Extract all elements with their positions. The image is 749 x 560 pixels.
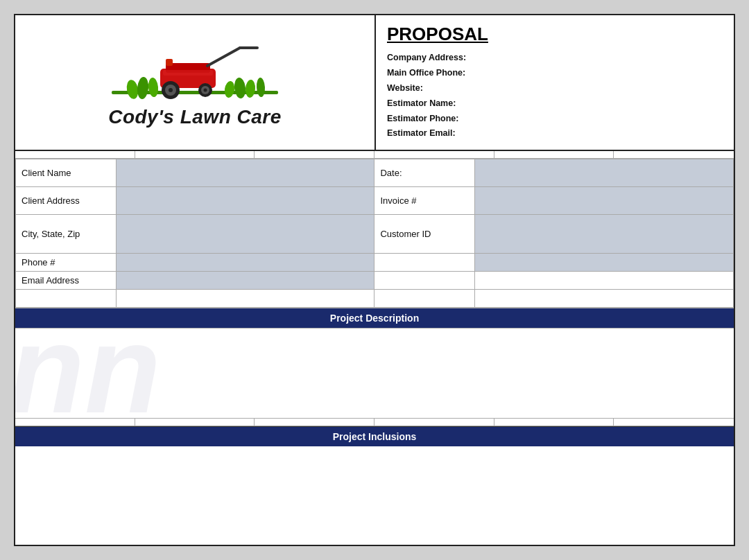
svg-point-14 <box>169 88 173 92</box>
project-description-area[interactable]: nn <box>15 329 734 419</box>
client-name-label: Client Name <box>16 159 117 187</box>
svg-line-10 <box>207 48 240 66</box>
proposal-section: PROPOSAL Company Address: Main Office Ph… <box>376 15 734 150</box>
email-address-label: Email Address <box>16 272 117 290</box>
date-field[interactable] <box>475 159 734 187</box>
phone-row: Phone # <box>16 254 734 272</box>
client-info-table: Client Name Date: Client Address Invoice… <box>15 159 734 308</box>
svg-rect-19 <box>163 70 213 76</box>
customer-id-field[interactable] <box>475 215 734 254</box>
invoice-field[interactable] <box>475 187 734 215</box>
svg-point-3 <box>148 78 159 98</box>
spacer-1 <box>16 290 117 308</box>
phone-field[interactable] <box>116 254 374 272</box>
client-name-field[interactable] <box>116 159 374 187</box>
svg-rect-18 <box>166 59 173 66</box>
phone-label: Phone # <box>16 254 117 272</box>
date-label: Date: <box>374 159 475 187</box>
svg-point-2 <box>137 76 150 99</box>
website-label: Website: <box>387 81 723 96</box>
bottom-divider <box>15 419 734 426</box>
svg-point-4 <box>223 80 235 98</box>
email-right-empty-2 <box>475 272 734 290</box>
header: Cody's Lawn Care PROPOSAL Company Addres… <box>15 15 734 151</box>
project-inclusions-area[interactable] <box>15 446 734 474</box>
city-state-row: City, State, Zip Customer ID <box>16 215 734 254</box>
email-field[interactable] <box>116 272 374 290</box>
estimator-phone-label: Estimator Phone: <box>387 112 723 127</box>
invoice-label: Invoice # <box>374 187 475 215</box>
spacer-2 <box>116 290 374 308</box>
watermark: nn <box>15 329 161 419</box>
client-address-label: Client Address <box>16 187 117 215</box>
spacer-row <box>16 290 734 308</box>
main-office-phone-label: Main Office Phone: <box>387 66 723 81</box>
lawnmower-icon <box>91 42 299 105</box>
estimator-email-label: Estimator Email: <box>387 126 723 141</box>
client-name-row: Client Name Date: <box>16 159 734 187</box>
spacer-4 <box>475 290 734 308</box>
top-divider <box>15 151 734 159</box>
phone-right-field[interactable] <box>475 254 734 272</box>
svg-point-7 <box>256 78 265 98</box>
city-state-zip-field[interactable] <box>116 215 374 254</box>
city-state-zip-label: City, State, Zip <box>16 215 117 254</box>
customer-id-label: Customer ID <box>374 215 475 254</box>
client-address-field[interactable] <box>116 187 374 215</box>
svg-point-17 <box>204 89 207 92</box>
company-name: Cody's Lawn Care <box>108 106 282 128</box>
spacer-3 <box>374 290 475 308</box>
document: Cody's Lawn Care PROPOSAL Company Addres… <box>14 14 735 546</box>
svg-point-5 <box>233 77 246 99</box>
project-inclusions-bar: Project Inclusions <box>15 426 734 446</box>
svg-point-6 <box>245 80 256 98</box>
email-row: Email Address <box>16 272 734 290</box>
proposal-info: Company Address: Main Office Phone: Webs… <box>387 51 723 141</box>
logo-section: Cody's Lawn Care <box>15 15 376 150</box>
proposal-title: PROPOSAL <box>387 24 723 45</box>
phone-right-empty-1 <box>374 254 475 272</box>
estimator-name-label: Estimator Name: <box>387 96 723 112</box>
client-address-row: Client Address Invoice # <box>16 187 734 215</box>
email-right-empty-1 <box>374 272 475 290</box>
company-address-label: Company Address: <box>387 51 723 66</box>
project-description-bar: Project Description <box>15 308 734 329</box>
